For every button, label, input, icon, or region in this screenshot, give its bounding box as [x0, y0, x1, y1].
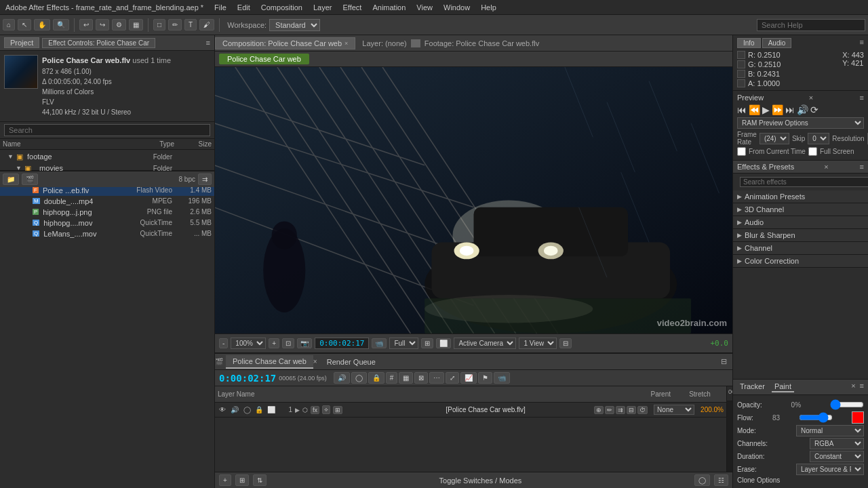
tracker-tab[interactable]: Tracker — [737, 382, 768, 392]
menu-effect[interactable]: Effect — [337, 2, 367, 13]
layer-arrow-icon[interactable]: ▶ — [295, 407, 300, 413]
tree-item-hiphop-mov[interactable]: Q hiphopg....mov QuickTime 5.5 MB — [0, 218, 214, 228]
hand-btn[interactable]: ✋ — [34, 19, 50, 30]
ram-preview-select[interactable]: RAM Preview Options — [737, 117, 864, 129]
audio-preview-btn[interactable]: 🔊 — [797, 104, 808, 115]
menu-view[interactable]: View — [411, 2, 438, 13]
tl-num-btn[interactable]: # — [386, 372, 398, 384]
timeline-tab-render[interactable]: Render Queue — [320, 356, 382, 368]
effects-menu-icon[interactable]: ≡ — [860, 163, 864, 171]
opacity-slider[interactable] — [830, 399, 864, 410]
layer-fx-btn[interactable]: fx — [311, 406, 319, 414]
color-swatch-red[interactable] — [852, 411, 864, 424]
tl-audio-btn[interactable]: 🔊 — [334, 372, 350, 384]
panel-menu-icon[interactable]: ≡ — [206, 39, 210, 47]
3d-channel-header[interactable]: ▶ 3D Channel — [733, 203, 868, 216]
framerate-select[interactable]: (24) — [760, 133, 789, 144]
loop-btn[interactable]: ⟳ — [810, 104, 818, 115]
tree-item-hiphop-png[interactable]: P hiphopg...j.png PNG file 2.6 MB — [0, 207, 214, 218]
tracker-close-icon[interactable]: × — [851, 382, 855, 392]
tree-item-double-mp4[interactable]: M double_....mp4 MPEG 196 MB — [0, 196, 214, 207]
animation-presets-header[interactable]: ▶ Animation Presets — [733, 190, 868, 203]
effect-controls-tab[interactable]: Effect Controls: Police Chase Car — [42, 38, 155, 48]
next-frame-btn[interactable]: ⏩ — [772, 104, 783, 115]
flow-btn[interactable]: ⇉ — [198, 174, 212, 185]
preview-close-icon[interactable]: × — [809, 94, 813, 102]
menu-window[interactable]: Window — [438, 2, 475, 13]
prev-frame-btn[interactable]: ⏪ — [749, 104, 760, 115]
blur-sharpen-header[interactable]: ▶ Blur & Sharpen — [733, 229, 868, 241]
menu-animation[interactable]: Animation — [367, 2, 411, 13]
tl-expand-btn[interactable]: ⤢ — [446, 372, 459, 384]
new-folder-btn[interactable]: 📁 — [3, 174, 19, 185]
toggle-switches-btn[interactable]: Toggle Switches / Modes — [271, 476, 690, 485]
skip-select[interactable]: 0 — [808, 133, 829, 144]
shape-btn[interactable]: □ — [153, 19, 165, 30]
eye-icon[interactable]: 👁 — [218, 406, 227, 413]
project-tab[interactable]: Project — [4, 37, 39, 48]
timeline-tab-close[interactable]: × — [313, 358, 317, 365]
quality-select[interactable]: Full — [389, 338, 418, 349]
timeline-tab-main[interactable]: Police Chase Car web — [226, 355, 313, 369]
timeline-panel-close[interactable]: ⊟ — [715, 355, 732, 368]
new-comp-btn[interactable]: 🎬 — [22, 174, 38, 185]
layer-blend-btn[interactable]: ⊞ — [333, 406, 342, 414]
go-end-btn[interactable]: ⏭ — [785, 104, 795, 115]
draft-preview-btn[interactable]: ◯ — [694, 474, 710, 486]
full-screen-checkbox[interactable] — [808, 147, 817, 156]
redo-btn[interactable]: ↪ — [96, 19, 109, 30]
tl-more-btn[interactable]: ⋯ — [429, 372, 444, 384]
lock-icon[interactable]: 🔒 — [254, 406, 264, 413]
flow-slider[interactable] — [799, 412, 833, 423]
toggle-transparency-btn[interactable]: ⬜ — [436, 338, 451, 348]
layout-btn[interactable]: ⊟ — [559, 338, 572, 348]
settings-btn[interactable]: ⚙ — [112, 19, 126, 30]
tree-item-footage[interactable]: ▼ ▣ footage Folder — [0, 151, 214, 163]
menu-composition[interactable]: Composition — [256, 2, 308, 13]
tl-hide-btn[interactable]: ⊠ — [414, 372, 428, 384]
audio-tab[interactable]: Audio — [762, 38, 792, 48]
new-layer-btn[interactable]: + — [219, 474, 231, 486]
pen-btn[interactable]: ✏ — [168, 19, 182, 30]
layer-motion-btn[interactable]: ⟡ — [322, 405, 330, 414]
tl-camera2-btn[interactable]: 📹 — [494, 372, 510, 384]
snapshot-btn[interactable]: 📷 — [297, 338, 312, 348]
color-label[interactable]: ⬜ — [267, 406, 276, 413]
color-correction-header[interactable]: ▶ Color Correction — [733, 255, 868, 267]
camera-select[interactable]: Active Camera — [454, 338, 516, 349]
undo-btn[interactable]: ↩ — [79, 19, 93, 30]
menu-layer[interactable]: Layer — [308, 2, 338, 13]
parent-select[interactable]: None — [654, 405, 694, 415]
tl-comp-btn[interactable]: ▦ — [399, 372, 413, 384]
layer-retime-btn[interactable]: ⊟ — [627, 406, 636, 414]
camera-btn[interactable]: 📹 — [372, 338, 387, 348]
home-btn[interactable]: ⌂ — [3, 19, 15, 30]
timeline-content[interactable] — [727, 401, 732, 472]
layer-edit-btn[interactable]: ✏ — [605, 406, 614, 414]
tracker-menu-icon[interactable]: ≡ — [860, 382, 864, 392]
zoom-btn[interactable]: 🔍 — [53, 19, 69, 30]
menu-edit[interactable]: Edit — [232, 2, 256, 13]
workspace-select[interactable]: Standard — [269, 19, 320, 31]
duration-select[interactable]: Constant — [810, 451, 864, 462]
preview-menu-icon[interactable]: ≡ — [860, 94, 864, 102]
grid-btn[interactable]: ⊞ — [421, 338, 433, 348]
paint-tab[interactable]: Paint — [772, 382, 794, 392]
time-navigator-btn[interactable]: ⇅ — [253, 474, 267, 486]
info-panel-menu[interactable]: ≡ — [860, 38, 864, 48]
channels-select[interactable]: RGBA — [810, 438, 864, 449]
tl-lock-btn[interactable]: 🔒 — [368, 372, 384, 384]
tl-graph-btn[interactable]: 📈 — [460, 372, 477, 384]
project-search-input[interactable] — [4, 124, 210, 136]
menu-file[interactable]: File — [209, 2, 232, 13]
motion-blur-btn[interactable]: ☷ — [714, 474, 728, 486]
zoom-out-btn[interactable]: - — [219, 338, 228, 348]
composition-marker-btn[interactable]: ⊞ — [235, 474, 249, 486]
brush-btn[interactable]: 🖌 — [199, 19, 214, 30]
comp-tab-main[interactable]: Composition: Police Chase Car web × — [215, 37, 355, 49]
comp-tab-close-icon[interactable]: × — [344, 40, 348, 47]
text-btn[interactable]: T — [184, 19, 197, 30]
zoom-select[interactable]: 100% — [231, 338, 266, 349]
audio-effects-header[interactable]: ▶ Audio — [733, 216, 868, 228]
erase-select[interactable]: Layer Source & Paint — [796, 464, 864, 475]
